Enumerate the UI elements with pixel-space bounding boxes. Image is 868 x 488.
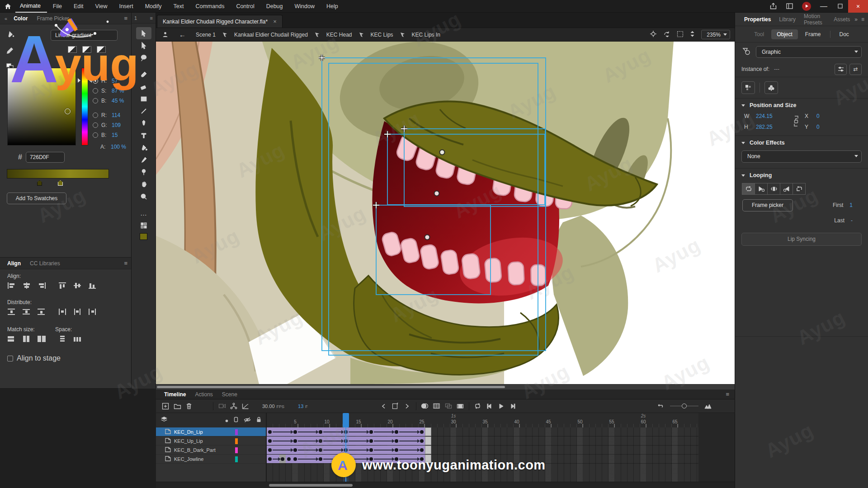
eraser-tool[interactable]	[136, 80, 151, 93]
eyedropper-tool[interactable]	[136, 154, 151, 166]
brush-tool[interactable]	[136, 68, 151, 80]
text-tool[interactable]	[136, 129, 151, 141]
paint-bucket-tool[interactable]	[136, 141, 151, 154]
layer-frames-kec_b_dark_part[interactable]	[267, 446, 698, 455]
selection-tool[interactable]	[136, 27, 151, 39]
align-top-icon[interactable]	[57, 281, 68, 290]
timeline-horizontal-scrollbar[interactable]	[156, 482, 735, 488]
match-both-icon[interactable]	[36, 334, 47, 343]
layer-outline-color[interactable]	[235, 429, 238, 435]
menu-item-text[interactable]: Text	[168, 3, 190, 9]
align-middle-vertical-icon[interactable]	[72, 281, 83, 290]
timeline-menu-icon[interactable]: ≡	[722, 391, 735, 398]
color-effect-dropdown[interactable]: None	[741, 150, 862, 163]
current-fill-swatch[interactable]	[140, 233, 147, 240]
next-keyframe-icon[interactable]	[401, 401, 413, 412]
snapping-grid-icon[interactable]	[136, 219, 151, 231]
back-icon[interactable]: ←	[172, 31, 193, 38]
clover-blend-icon[interactable]	[764, 81, 778, 94]
workspace-icon[interactable]	[781, 0, 797, 13]
space-horizontal-icon[interactable]	[72, 334, 83, 343]
tab-close-icon[interactable]: ×	[273, 18, 277, 25]
first-value[interactable]: 1	[849, 202, 853, 208]
highlight-column-icon[interactable]	[225, 416, 228, 424]
position-registration-icon[interactable]	[741, 81, 755, 94]
document-tab[interactable]: Kankal Eldier Chudail Rigged Character.f…	[157, 15, 283, 28]
color-picker-cursor[interactable]	[65, 108, 71, 114]
gradient-preview-bar[interactable]	[7, 169, 109, 178]
menu-item-file[interactable]: File	[47, 3, 68, 9]
blue-field[interactable]: B: 15	[93, 132, 118, 138]
hue-handle-left-icon[interactable]	[78, 78, 80, 83]
app-brand-tab[interactable]: Animate	[15, 0, 47, 13]
menu-item-control[interactable]: Control	[230, 3, 260, 9]
menu-item-debug[interactable]: Debug	[260, 3, 289, 9]
zoom-stepper-icon[interactable]	[690, 30, 695, 39]
share-icon[interactable]	[765, 0, 781, 13]
menu-item-insert[interactable]: Insert	[113, 3, 139, 9]
menu-item-edit[interactable]: Edit	[68, 3, 90, 9]
align-left-icon[interactable]	[6, 281, 17, 290]
radio-h[interactable]	[93, 78, 98, 84]
layer-row-kec_jowline[interactable]: KEC_Jowline	[156, 455, 266, 464]
prev-keyframe-icon[interactable]	[378, 401, 390, 412]
last-value[interactable]: -	[851, 217, 853, 224]
new-folder-icon[interactable]	[171, 401, 183, 412]
distribute-bottom-icon[interactable]	[36, 307, 47, 316]
gradient-stop-selected[interactable]	[58, 180, 63, 186]
delete-icon[interactable]	[183, 401, 195, 412]
layer-outline-color[interactable]	[235, 456, 238, 462]
tab-timeline[interactable]: Timeline	[160, 391, 190, 398]
breadcrumb-symbol-3[interactable]: KEC Lips	[368, 32, 396, 38]
advanced-layers-icon[interactable]	[228, 401, 240, 412]
hue-slider[interactable]	[81, 68, 88, 145]
line-tool[interactable]	[136, 105, 151, 117]
layer-outline-color[interactable]	[235, 447, 238, 453]
default-colors-swatch[interactable]	[68, 46, 77, 53]
layer-row-kec_dn_lip[interactable]: KEC_Dn_Lip	[156, 427, 266, 436]
subtab-tool[interactable]: Tool	[749, 29, 769, 39]
lasso-tool[interactable]	[136, 52, 151, 64]
checkbox-icon[interactable]	[7, 356, 13, 361]
instance-settings-icon[interactable]	[835, 64, 847, 75]
red-field[interactable]: R: 114	[93, 112, 120, 118]
breadcrumb-symbol-4[interactable]: KEC Lips In	[409, 32, 443, 38]
menu-item-view[interactable]: View	[90, 3, 113, 9]
menu-item-help[interactable]: Help	[321, 3, 344, 9]
layer-frames-kec_up_lip[interactable]	[267, 436, 698, 446]
menu-item-window[interactable]: Window	[289, 3, 321, 9]
reverse-once-icon[interactable]	[780, 183, 793, 195]
layer-row-kec_up_lip[interactable]: KEC_Up_Lip	[156, 436, 266, 446]
layer-outline-color[interactable]	[235, 438, 238, 444]
menu-item-commands[interactable]: Commands	[189, 3, 230, 9]
layer-frames-kec_dn_lip[interactable]	[267, 427, 698, 436]
saturation-field[interactable]: S: 87 %	[93, 88, 124, 94]
space-vertical-icon[interactable]	[57, 334, 68, 343]
distribute-left-icon[interactable]	[57, 307, 68, 316]
frame-picker-button[interactable]: Frame picker	[742, 199, 793, 211]
frames-area[interactable]	[267, 427, 735, 482]
breadcrumb-symbol-1[interactable]: Kankaal Eldier Chudail Rigged	[231, 32, 311, 38]
menu-item-modify[interactable]: Modify	[139, 3, 168, 9]
y-value[interactable]: 0	[816, 124, 839, 130]
tab-library[interactable]: Library	[775, 16, 799, 23]
record-play-icon[interactable]	[802, 2, 811, 11]
tab-scene[interactable]: Scene	[217, 391, 242, 398]
layers-stack-icon[interactable]	[160, 416, 168, 424]
tab-motion-presets[interactable]: Motion Presets	[800, 13, 829, 26]
w-value[interactable]: 224.15	[756, 113, 788, 119]
hide-column-icon[interactable]	[244, 416, 251, 424]
looping-section[interactable]: Looping	[735, 169, 868, 182]
panel-menu-icon[interactable]: ≡	[120, 15, 131, 22]
center-stage-icon[interactable]	[650, 30, 657, 39]
h-value[interactable]: 282.25	[756, 124, 788, 130]
auto-keyframe-icon[interactable]	[390, 401, 401, 412]
tab-assets[interactable]: Assets	[830, 16, 854, 23]
lip-syncing-button[interactable]: Lip Syncing	[741, 233, 862, 246]
tab-properties[interactable]: Properties	[741, 16, 774, 23]
subtab-frame[interactable]: Frame	[800, 29, 826, 39]
x-value[interactable]: 0	[816, 113, 839, 119]
radio-g[interactable]	[93, 122, 98, 128]
saturation-brightness-picker[interactable]	[7, 68, 76, 145]
subtab-doc[interactable]: Doc	[834, 29, 854, 39]
